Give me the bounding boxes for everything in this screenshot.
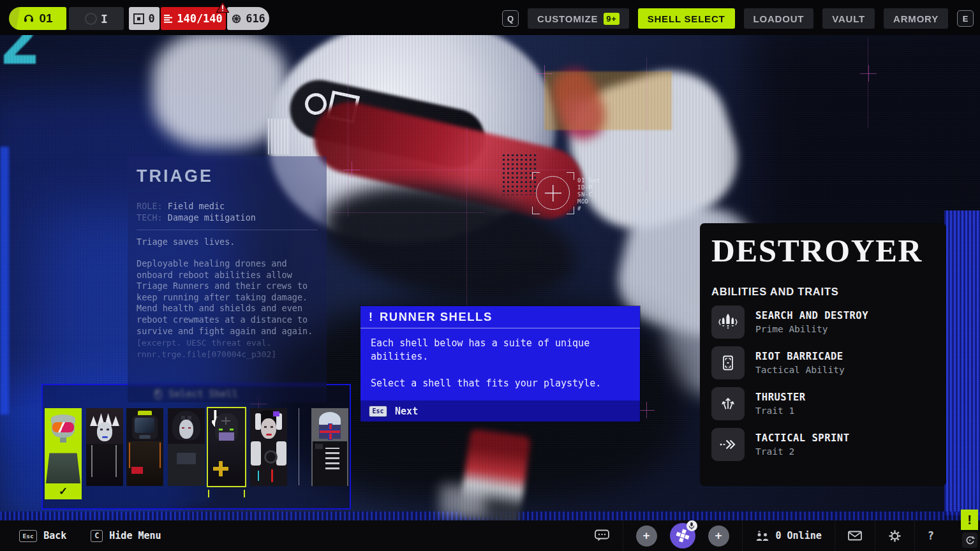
search-and-destroy-icon <box>711 305 745 339</box>
abilities-section-title: ABILITIES AND TRAITS <box>711 286 935 298</box>
circle-icon <box>85 13 97 25</box>
shell-thumbnail-hovered[interactable] <box>208 408 245 486</box>
shell-name: DESTROYER <box>711 232 935 269</box>
riot-barricade-icon <box>711 346 745 379</box>
shell-thumbnail[interactable] <box>168 408 205 486</box>
shell-tagline: Triage saves lives. <box>137 237 318 247</box>
slot-pill: I <box>69 7 124 30</box>
esc-key-badge: Esc <box>19 530 37 542</box>
shell-info-title: TRIAGE <box>137 166 318 186</box>
trait-row-2: TACTICAL SPRINT Trait 2 <box>711 428 935 461</box>
hover-bracket-left <box>208 490 209 497</box>
hover-bracket-right <box>244 490 245 497</box>
settings-gear-icon[interactable] <box>888 529 902 543</box>
comms-pill: 01 <box>9 7 66 30</box>
shell-info-panel: TRIAGE ROLE: Field medic TECH: Damage mi… <box>128 156 327 402</box>
shell-details-panel: DESTROYER ABILITIES AND TRAITS SEARCH AN… <box>700 223 946 486</box>
chat-icon[interactable] <box>595 529 610 542</box>
shell-carousel: Select Shell ✓ <box>41 384 351 510</box>
tab-customize[interactable]: CUSTOMIZE 9+ <box>528 8 629 29</box>
next-tab-key-badge[interactable]: E <box>957 10 974 27</box>
reticle-readout: 01 Set ID-P SN-C MOD # <box>577 177 600 212</box>
ability-row-tactical: RIOT BARRICADE Tactical Ability <box>711 346 935 379</box>
warning-triangle-icon <box>216 1 230 13</box>
prev-tab-key-badge[interactable]: Q <box>502 10 519 27</box>
tab-loadout[interactable]: LOADOUT <box>744 8 814 29</box>
mic-badge-icon <box>687 520 697 531</box>
tactical-sprint-icon <box>711 428 745 461</box>
top-bar: 01 I 0 140/140 <box>0 0 980 35</box>
shell-thumbnail-selected[interactable]: ✓ <box>45 408 82 499</box>
trait-row-1: THRUSTER Trait 1 <box>711 387 935 420</box>
tab-armory[interactable]: ARMORY <box>884 8 948 29</box>
c-key-badge: C <box>91 530 103 542</box>
modal-title: RUNNER SHELLS <box>380 310 493 324</box>
top-navigation: Q CUSTOMIZE 9+ SHELL SELECT LOADOUT VAUL… <box>502 8 974 29</box>
modal-footer-next-button[interactable]: Esc Next <box>360 400 640 422</box>
help-button[interactable]: ? <box>928 529 934 542</box>
shell-thumbnail[interactable] <box>311 408 348 486</box>
customize-count-badge: 9+ <box>604 13 619 25</box>
currency-pill: 616 <box>227 7 269 30</box>
shell-excerpt: [excerpt. UESC threat eval. rnnr.trge.fi… <box>137 337 318 360</box>
notification-alert-badge[interactable]: ! <box>961 510 978 530</box>
esc-key-badge: Esc <box>369 406 387 417</box>
sync-status-icon[interactable] <box>962 533 977 548</box>
bottom-bar: Esc Back C Hide Menu + <box>0 520 980 551</box>
cube-pill: 0 <box>129 7 160 30</box>
shell-info-meta: ROLE: Field medic TECH: Damage mitigatio… <box>137 200 318 223</box>
add-friend-right-button[interactable]: + <box>708 525 729 547</box>
carousel-divider <box>299 408 299 485</box>
mail-icon[interactable] <box>848 531 862 541</box>
shell-thumbnail[interactable] <box>86 408 123 486</box>
alert-exclamation-icon: ! <box>369 311 373 324</box>
hide-menu-button[interactable]: C Hide Menu <box>91 530 161 542</box>
headset-icon <box>22 12 35 25</box>
back-button[interactable]: Esc Back <box>19 530 66 542</box>
player-avatar[interactable] <box>670 523 695 548</box>
tab-shell-select[interactable]: SHELL SELECT <box>638 8 735 29</box>
shell-thumbnail[interactable] <box>250 408 287 486</box>
selected-check-icon: ✓ <box>45 485 82 498</box>
hud-status-pills: 01 I 0 140/140 <box>9 7 269 30</box>
modal-body: Each shell below has a suite of unique a… <box>360 328 640 400</box>
shell-select-screen: 2 01 Set ID-P SN-C MOD <box>0 0 980 551</box>
online-status[interactable]: 0 Online <box>755 530 822 541</box>
add-friend-left-button[interactable]: + <box>636 525 657 547</box>
ability-row-prime: SEARCH AND DESTROY Prime Ability <box>711 305 935 339</box>
tab-vault[interactable]: VAULT <box>822 8 875 29</box>
people-icon <box>755 531 769 541</box>
modal-header: ! RUNNER SHELLS <box>360 306 640 328</box>
thruster-icon <box>711 387 745 420</box>
cube-icon <box>133 13 144 24</box>
wheel-icon <box>231 13 242 24</box>
shell-thumbnail[interactable] <box>126 408 163 486</box>
targeting-reticle-icon <box>532 172 574 214</box>
capacity-pill: 140/140 <box>161 7 226 30</box>
shell-description: Deployable healing drones and onboard re… <box>137 258 318 337</box>
runner-shells-modal: ! RUNNER SHELLS Each shell below has a s… <box>360 306 640 422</box>
stack-icon <box>164 15 173 23</box>
